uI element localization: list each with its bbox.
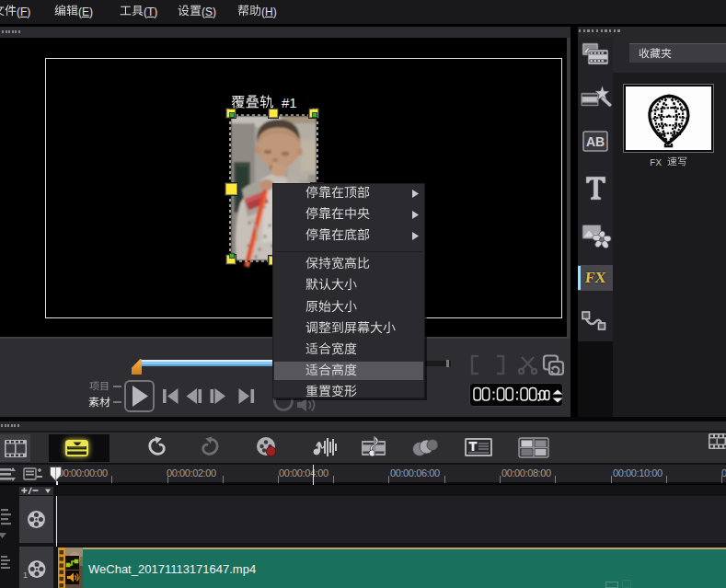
svg-text:AB: AB [586, 134, 605, 149]
